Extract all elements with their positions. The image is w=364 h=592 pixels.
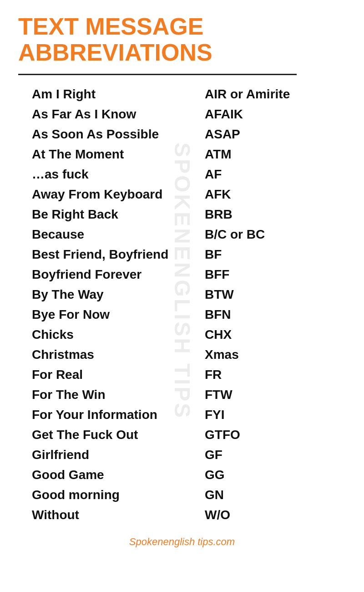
phrase-text: Best Friend, Boyfriend xyxy=(32,247,205,262)
abbrev-text: AIR or Amirite xyxy=(205,87,290,102)
abbrev-text: AFAIK xyxy=(205,107,243,122)
list-item: Am I RightAIR or Amirite xyxy=(32,84,346,104)
phrase-text: Bye For Now xyxy=(32,307,205,322)
abbrev-text: BFN xyxy=(205,307,231,322)
title-divider xyxy=(18,74,297,75)
abbrev-text: BF xyxy=(205,247,222,262)
list-item: Good GameGG xyxy=(32,465,346,485)
phrase-text: Good morning xyxy=(32,488,205,502)
list-item: ChristmasXmas xyxy=(32,345,346,365)
phrase-text: Boyfriend Forever xyxy=(32,267,205,282)
abbrev-text: BFF xyxy=(205,267,229,282)
abbrev-text: BTW xyxy=(205,287,234,302)
abbrev-text: Xmas xyxy=(205,347,239,362)
list-item: Boyfriend ForeverBFF xyxy=(32,265,346,285)
abbrev-text: B/C or BC xyxy=(205,227,265,242)
list-item: For The WinFTW xyxy=(32,385,346,405)
page-container: TEXT MESSAGE ABBREVIATIONS SPOKENENGLISH… xyxy=(18,14,346,548)
abbrev-text: BRB xyxy=(205,207,233,222)
list-item: For Your InformationFYI xyxy=(32,405,346,425)
list-item: Best Friend, BoyfriendBF xyxy=(32,245,346,265)
phrase-text: Chicks xyxy=(32,327,205,342)
list-item: For RealFR xyxy=(32,365,346,385)
list-item: Away From KeyboardAFK xyxy=(32,184,346,204)
list-item: GirlfriendGF xyxy=(32,445,346,465)
page-title: TEXT MESSAGE ABBREVIATIONS xyxy=(18,14,346,66)
list-item: ChicksCHX xyxy=(32,325,346,345)
list-item: By The WayBTW xyxy=(32,285,346,305)
abbrev-text: CHX xyxy=(205,327,232,342)
list-item: BecauseB/C or BC xyxy=(32,225,346,245)
phrase-text: Good Game xyxy=(32,468,205,482)
phrase-text: …as fuck xyxy=(32,167,205,182)
list-item: Good morningGN xyxy=(32,485,346,505)
list-item: Be Right BackBRB xyxy=(32,204,346,225)
phrase-text: For The Win xyxy=(32,388,205,402)
abbrev-text: W/O xyxy=(205,508,230,522)
abbrev-text: GTFO xyxy=(205,428,240,442)
phrase-text: Without xyxy=(32,508,205,522)
list-item: Get The Fuck OutGTFO xyxy=(32,425,346,445)
list-item: Bye For NowBFN xyxy=(32,305,346,325)
phrase-text: At The Moment xyxy=(32,147,205,162)
abbrev-text: GF xyxy=(205,448,222,462)
abbrev-text: ASAP xyxy=(205,127,240,142)
abbreviations-list: Am I RightAIR or AmiriteAs Far As I Know… xyxy=(18,84,346,525)
phrase-text: For Your Information xyxy=(32,408,205,422)
abbrev-text: FTW xyxy=(205,388,233,402)
phrase-text: By The Way xyxy=(32,287,205,302)
phrase-text: Am I Right xyxy=(32,87,205,102)
footer: Spokenenglish tips.com xyxy=(18,536,346,548)
abbrev-text: FYI xyxy=(205,408,225,422)
phrase-text: Be Right Back xyxy=(32,207,205,222)
phrase-text: For Real xyxy=(32,367,205,382)
list-item: WithoutW/O xyxy=(32,505,346,525)
phrase-text: Away From Keyboard xyxy=(32,187,205,202)
phrase-text: Get The Fuck Out xyxy=(32,428,205,442)
abbrev-text: ATM xyxy=(205,147,232,162)
phrase-text: Because xyxy=(32,227,205,242)
abbrev-text: AF xyxy=(205,167,222,182)
abbrev-text: AFK xyxy=(205,187,231,202)
list-item: As Soon As PossibleASAP xyxy=(32,124,346,144)
phrase-text: As Soon As Possible xyxy=(32,127,205,142)
phrase-text: Girlfriend xyxy=(32,448,205,462)
list-item: …as fuckAF xyxy=(32,164,346,184)
list-item: As Far As I KnowAFAIK xyxy=(32,104,346,124)
abbrev-text: GN xyxy=(205,488,224,502)
phrase-text: Christmas xyxy=(32,347,205,362)
phrase-text: As Far As I Know xyxy=(32,107,205,122)
abbrev-text: GG xyxy=(205,468,225,482)
list-item: At The MomentATM xyxy=(32,144,346,164)
abbrev-text: FR xyxy=(205,367,222,382)
